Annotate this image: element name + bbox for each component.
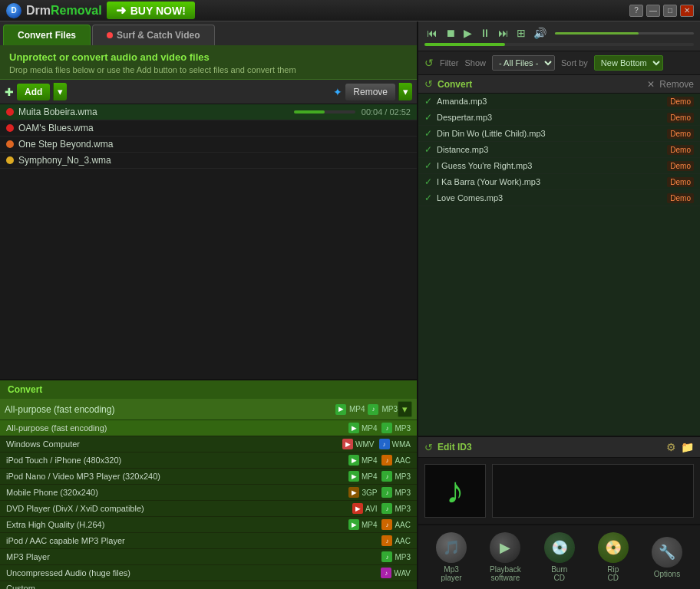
file-item-0[interactable]: Muita Bobeira.wma 00:04 / 02:52 bbox=[0, 104, 417, 120]
file-item-1[interactable]: OAM's Blues.wma bbox=[0, 120, 417, 137]
pause-button[interactable]: ⏸ bbox=[477, 26, 493, 40]
tab-surf-catch[interactable]: Surf & Catch Video bbox=[92, 25, 214, 45]
preset-label-2: iPod Touch / iPhone (480x320) bbox=[6, 456, 348, 465]
convert-section-label: Convert bbox=[8, 384, 42, 395]
convert-list: All-purpose (fast encoding) ▶MP4 ♪MP3 Wi… bbox=[0, 420, 417, 589]
preset-label-8: MP3 Player bbox=[6, 552, 381, 561]
convert-selected-row[interactable]: All-purpose (fast encoding) ▶ MP4 ♪ MP3 … bbox=[0, 399, 417, 420]
close-button[interactable]: ✕ bbox=[680, 5, 694, 17]
options-icon: 🔧 bbox=[652, 537, 682, 568]
track-item-5[interactable]: ✓ I Ka Barra (Your Work).mp3 Demo bbox=[418, 174, 700, 190]
buy-now-label: BUY NOW! bbox=[130, 5, 186, 17]
options-button[interactable]: 🔧 Options bbox=[647, 535, 687, 581]
tab-convert-label: Convert Files bbox=[18, 30, 76, 41]
refresh-icon[interactable]: ↺ bbox=[424, 57, 434, 69]
track-list-header: ↺ Convert ✕ Remove bbox=[418, 75, 700, 94]
preset-item-7[interactable]: iPod / AAC capable MP3 Player ♪AAC bbox=[0, 533, 417, 549]
track-check-6: ✓ bbox=[424, 192, 432, 203]
header-title: Unprotect or convert audio and video fil… bbox=[9, 51, 408, 63]
add-button[interactable]: Add bbox=[17, 84, 50, 100]
preset-dropdown-button[interactable]: ▾ bbox=[398, 401, 412, 417]
fmt-aac-lbl-6: AAC bbox=[395, 521, 411, 529]
playback-software-button[interactable]: ▶ Playbacksoftware bbox=[485, 530, 526, 584]
burn-cd-button[interactable]: 💿 BurnCD bbox=[540, 530, 579, 584]
album-art: ♪ bbox=[424, 464, 486, 518]
preset-label-4: Mobile Phone (320x240) bbox=[6, 488, 348, 497]
track-item-1[interactable]: ✓ Despertar.mp3 Demo bbox=[418, 110, 700, 126]
track-item-0[interactable]: ✓ Amanda.mp3 Demo bbox=[418, 94, 700, 110]
convert-track-icon: ↺ bbox=[424, 78, 433, 90]
preset-item-0[interactable]: All-purpose (fast encoding) ▶MP4 ♪MP3 bbox=[0, 420, 417, 436]
playback-progress-fill bbox=[424, 43, 505, 46]
remove-star-icon: ✦ bbox=[333, 86, 342, 98]
rip-cd-button[interactable]: 📀 RipCD bbox=[593, 530, 633, 584]
preset-item-6[interactable]: Extra High Quality (H.264) ▶MP4 ♪AAC bbox=[0, 517, 417, 533]
rip-cd-label: RipCD bbox=[607, 565, 619, 582]
file-name-1: OAM's Blues.wma bbox=[18, 123, 411, 133]
play-button[interactable]: ▶ bbox=[461, 26, 474, 40]
minimize-button[interactable]: — bbox=[646, 5, 660, 17]
add-dropdown-button[interactable]: ▾ bbox=[53, 83, 67, 100]
file-name-2: One Step Beyond.wma bbox=[18, 139, 411, 150]
fmt-wma-1: ♪ bbox=[379, 439, 390, 449]
player-controls: ⏮ ⏹ ▶ ⏸ ⏭ ⊞ 🔊 bbox=[424, 26, 694, 40]
mp3-player-label: Mp3player bbox=[441, 565, 461, 582]
file-dot-0 bbox=[6, 108, 14, 116]
mp3-player-button[interactable]: 🎵 Mp3player bbox=[431, 530, 471, 584]
preset-item-4[interactable]: Mobile Phone (320x240) ▶3GP ♪MP3 bbox=[0, 485, 417, 501]
left-panel: Convert Files Surf & Catch Video Unprote… bbox=[0, 21, 418, 589]
file-dot-1 bbox=[6, 124, 14, 132]
preset-item-5[interactable]: DVD Player (DivX / XviD compatible) ▶AVI… bbox=[0, 501, 417, 517]
preset-item-10[interactable]: Custom... bbox=[0, 581, 417, 589]
filter-select[interactable]: - All Files - bbox=[492, 55, 555, 71]
sort-select[interactable]: New Bottom bbox=[594, 55, 663, 71]
volume-button[interactable]: 🔊 bbox=[531, 26, 549, 40]
tab-convert-files[interactable]: Convert Files bbox=[3, 25, 91, 45]
track-status-4: Demo bbox=[667, 161, 694, 171]
track-check-1: ✓ bbox=[424, 112, 432, 123]
preset-formats-2: ▶MP4 ♪AAC bbox=[348, 455, 411, 466]
remove-button[interactable]: Remove bbox=[345, 84, 395, 100]
fmt-mp3-lbl-5: MP3 bbox=[395, 505, 411, 513]
rip-cd-icon: 📀 bbox=[598, 532, 629, 563]
preset-item-2[interactable]: iPod Touch / iPhone (480x320) ▶MP4 ♪AAC bbox=[0, 452, 417, 469]
track-status-1: Demo bbox=[667, 113, 694, 123]
tab-dot-icon bbox=[107, 32, 113, 38]
stop-button[interactable]: ⏹ bbox=[443, 26, 458, 40]
file-item-3[interactable]: Symphony_No_3.wma bbox=[0, 153, 417, 169]
options-label: Options bbox=[654, 570, 680, 578]
preset-item-3[interactable]: iPod Nano / Video MP3 Player (320x240) ▶… bbox=[0, 469, 417, 485]
fmt-avi-lbl-5: AVI bbox=[365, 505, 377, 513]
fast-forward-button[interactable]: ⏭ bbox=[496, 26, 511, 40]
extra-button[interactable]: ⊞ bbox=[514, 26, 528, 40]
fmt-mp3-0: ♪ bbox=[381, 423, 392, 433]
track-item-3[interactable]: ✓ Distance.mp3 Demo bbox=[418, 142, 700, 158]
preset-item-1[interactable]: Windows Computer ▶WMV ♪WMA bbox=[0, 436, 417, 452]
preset-formats-8: ♪MP3 bbox=[381, 551, 411, 562]
remove-dropdown-button[interactable]: ▾ bbox=[398, 83, 412, 100]
buy-now-button[interactable]: ➜ BUY NOW! bbox=[107, 2, 195, 19]
volume-slider[interactable] bbox=[555, 32, 694, 35]
track-item-6[interactable]: ✓ Love Comes.mp3 Demo bbox=[418, 190, 700, 206]
maximize-button[interactable]: □ bbox=[663, 5, 677, 17]
file-item-2[interactable]: One Step Beyond.wma bbox=[0, 137, 417, 153]
main-container: Convert Files Surf & Catch Video Unprote… bbox=[0, 21, 700, 589]
track-item-2[interactable]: ✓ Din Din Wo (Little Child).mp3 Demo bbox=[418, 126, 700, 142]
preset-item-9[interactable]: Uncompressed Audio (huge files) ♪WAV bbox=[0, 565, 417, 581]
track-status-0: Demo bbox=[667, 97, 694, 107]
id3-fields[interactable] bbox=[492, 464, 694, 518]
id3-content: ♪ bbox=[418, 458, 700, 524]
rewind-button[interactable]: ⏮ bbox=[424, 26, 440, 40]
track-item-4[interactable]: ✓ I Guess You're Right.mp3 Demo bbox=[418, 158, 700, 174]
preset-item-8[interactable]: MP3 Player ♪MP3 bbox=[0, 549, 417, 565]
id3-folder-icon[interactable]: 📁 bbox=[681, 441, 694, 453]
fmt-mp4-lbl-0: MP4 bbox=[362, 424, 378, 433]
playback-progress-bar[interactable] bbox=[424, 43, 694, 46]
help-button[interactable]: ? bbox=[629, 5, 643, 17]
app-logo: D bbox=[6, 3, 21, 18]
id3-gear-icon[interactable]: ⚙ bbox=[666, 441, 676, 453]
file-name-3: Symphony_No_3.wma bbox=[18, 155, 411, 166]
track-convert-label: Convert bbox=[438, 79, 642, 90]
track-status-6: Demo bbox=[667, 193, 694, 203]
filter-label: Filter bbox=[440, 58, 458, 67]
